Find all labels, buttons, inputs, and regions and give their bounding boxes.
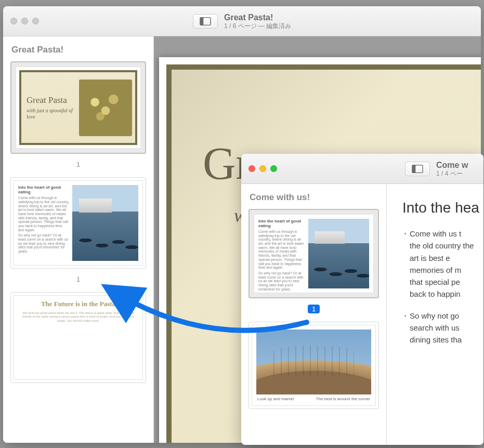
document-subtitle: 1 / 4 ペー [436, 170, 468, 177]
venice-image [72, 185, 138, 260]
title-block: Come w 1 / 4 ペー [436, 160, 468, 178]
window-come-with-us: Come w 1 / 4 ペー Come with us! Into the h… [241, 154, 483, 445]
view-mode-button[interactable] [405, 162, 430, 176]
minimize-icon[interactable] [259, 165, 266, 172]
svg-rect-3 [412, 165, 415, 173]
list-item[interactable]: Come with us t the old country the art i… [402, 228, 474, 300]
list-item[interactable]: So why not go search with us dining site… [402, 310, 474, 346]
thumb-heading: Into the heart of good eating [18, 185, 69, 194]
caption-right: The best is around the corner [316, 397, 370, 401]
page-thumbnails-sidebar[interactable]: Come with us! Into the heart of good eat… [241, 184, 387, 445]
content-heading[interactable]: Into the hea [402, 200, 474, 216]
thumb-subtitle: with just a spoonful of love [27, 108, 79, 120]
thumb-body: So why not go back? Or at least come on … [18, 233, 69, 253]
sidebar-layout-icon [412, 164, 423, 174]
thumb-heading: The Future is in the Pasta [18, 300, 138, 308]
thumb-heading: Into the heart of good eating [258, 219, 305, 228]
title-block: Great Pasta! 1 / 6 ページ ― 編集済み [224, 12, 291, 30]
colosseum-image [256, 330, 371, 395]
close-icon[interactable] [248, 165, 255, 172]
document-title: Great Pasta! [224, 12, 291, 22]
page-thumbnails-sidebar[interactable]: Great Pasta! Great Pasta with just a spo… [3, 36, 154, 443]
bullet-list: Come with us t the old country the art i… [402, 228, 474, 346]
sidebar-layout-icon [200, 17, 211, 26]
zoom-icon[interactable] [270, 165, 277, 172]
thumb-body: Come with us through a satisfying trip t… [258, 230, 305, 270]
document-content[interactable]: Into the hea Come with us t the old coun… [387, 184, 483, 445]
thumb-body: Come with us through a satisfying trip t… [18, 196, 69, 232]
page-number: 1 [72, 160, 84, 169]
page-thumbnail-2[interactable]: Look up and marvel The best is around th… [248, 322, 379, 410]
page-thumbnail-3[interactable]: The Future is in the Pasta We all know g… [10, 292, 146, 383]
sidebar-title: Come with us! [241, 189, 386, 209]
window-controls [10, 18, 39, 24]
view-mode-button[interactable] [193, 14, 218, 29]
minimize-icon[interactable] [21, 18, 28, 24]
titlebar[interactable]: Great Pasta! 1 / 6 ページ ― 編集済み [3, 6, 481, 36]
svg-rect-1 [200, 17, 203, 25]
zoom-icon[interactable] [32, 18, 39, 24]
venice-image [308, 219, 369, 288]
document-title: Come w [436, 160, 468, 170]
thumb-body: So why not go back? Or at least come on … [258, 271, 305, 291]
close-icon[interactable] [10, 18, 17, 24]
document-subtitle: 1 / 6 ページ ― 編集済み [224, 22, 291, 30]
caption-left: Look up and marvel [257, 397, 294, 401]
page-number: 1 [72, 275, 84, 284]
pasta-image [79, 80, 132, 136]
page-number: 1 [308, 305, 320, 313]
sidebar-title: Great Pasta! [3, 42, 153, 61]
thumb-body: We all know great pasta when we see it. … [18, 311, 138, 323]
thumb-title: Great Pasta [27, 95, 67, 105]
page-thumbnail-1[interactable]: Great Pasta with just a spoonful of love [10, 61, 146, 154]
window-controls [248, 165, 277, 172]
page-thumbnail-1[interactable]: Into the heart of good eating Come with … [248, 209, 379, 298]
page-thumbnail-2[interactable]: Into the heart of good eating Come with … [10, 177, 146, 268]
titlebar[interactable]: Come w 1 / 4 ペー [241, 154, 483, 184]
